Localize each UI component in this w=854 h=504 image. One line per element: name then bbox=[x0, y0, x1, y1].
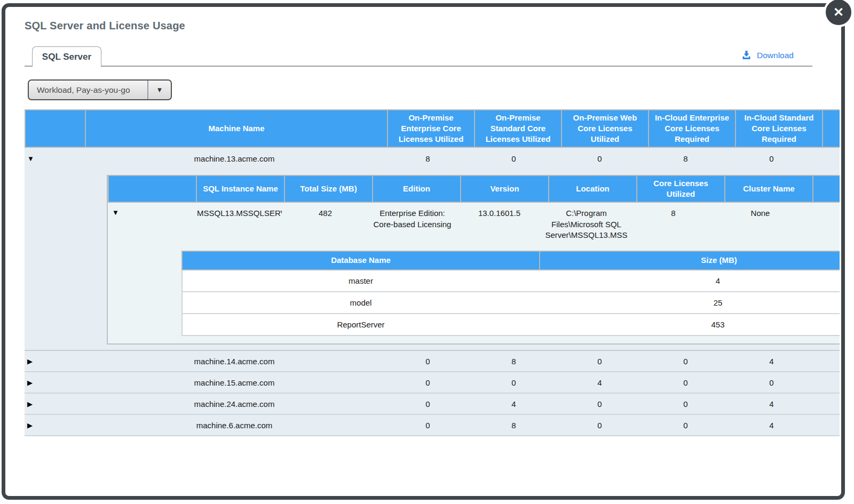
machine-name-cell: machine.15.acme.com bbox=[84, 378, 385, 387]
database-section: Database Name Size (MB) master 4 model 2… bbox=[108, 247, 840, 336]
machine-table-header-row: Machine Name On-Premise Enterprise Core … bbox=[25, 109, 840, 148]
column-header-core-licenses: Core Licenses Utilized bbox=[637, 176, 724, 202]
column-header-database-name: Database Name bbox=[183, 252, 539, 269]
database-name-cell: model bbox=[183, 298, 539, 307]
value-cell: 8 bbox=[643, 154, 729, 163]
value-cell: 0 bbox=[643, 399, 729, 409]
expand-arrow-icon[interactable]: ▶ bbox=[27, 422, 33, 429]
value-cell: 8 bbox=[471, 357, 557, 366]
tab-sql-server[interactable]: SQL Server bbox=[32, 46, 101, 67]
instance-table-header-row: SQL Instance Name Total Size (MB) Editio… bbox=[108, 175, 840, 203]
column-header-onprem-enterprise: On-Premise Enterprise Core Licenses Util… bbox=[388, 110, 474, 147]
edition-cell: Enterprise Edition: Core-based Licensing bbox=[369, 208, 456, 230]
page-title: SQL Server and License Usage bbox=[25, 20, 185, 32]
column-header-onprem-web: On-Premise Web Core Licenses Utilized bbox=[562, 110, 648, 147]
value-cell: 0 bbox=[557, 421, 643, 430]
database-name-cell: ReportServer bbox=[183, 320, 539, 329]
workload-dropdown[interactable]: Workload, Pay-as-you-go ▼ bbox=[28, 79, 172, 100]
value-cell: 4 bbox=[471, 399, 557, 409]
close-button[interactable]: ✕ bbox=[824, 0, 853, 27]
column-header-incloud-enterprise: In-Cloud Enterprise Core Licenses Requir… bbox=[649, 110, 735, 147]
expand-arrow-icon[interactable]: ▶ bbox=[27, 379, 33, 386]
column-header-total-size: Total Size (MB) bbox=[285, 176, 372, 202]
database-size-cell: 4 bbox=[539, 276, 840, 285]
table-row-database: model 25 bbox=[181, 292, 840, 314]
column-header-cluster-name: Cluster Name bbox=[725, 176, 812, 202]
table-row-database: master 4 bbox=[181, 270, 840, 292]
database-name-cell: master bbox=[183, 276, 539, 285]
machine-name-cell: machine.24.acme.com bbox=[84, 399, 385, 409]
value-cell: 4 bbox=[729, 421, 815, 430]
database-table: Database Name Size (MB) master 4 model 2… bbox=[181, 251, 840, 336]
column-header-version: Version bbox=[461, 176, 548, 202]
value-cell: 0 bbox=[385, 357, 471, 366]
column-header-size-mb: Size (MB) bbox=[540, 252, 840, 269]
machine-license-table: Machine Name On-Premise Enterprise Core … bbox=[25, 109, 840, 436]
download-label: Download bbox=[757, 51, 794, 60]
value-cell: 0 bbox=[557, 357, 643, 366]
download-button[interactable]: Download bbox=[741, 50, 794, 61]
download-icon bbox=[741, 50, 752, 61]
cluster-name-cell: None bbox=[717, 208, 804, 219]
value-cell: 8 bbox=[471, 421, 557, 430]
location-cell: C:\Program Files\Microsoft SQL Server\MS… bbox=[543, 208, 630, 241]
machine-name-cell: machine.14.acme.com bbox=[84, 357, 385, 366]
expand-arrow-icon[interactable]: ▶ bbox=[27, 401, 33, 407]
column-header-instance-name: SQL Instance Name bbox=[197, 176, 284, 202]
machine-name-cell: machine.6.acme.com bbox=[84, 421, 385, 430]
column-header-expander bbox=[26, 110, 85, 147]
instance-name-cell: MSSQL13.MSSQLSERV bbox=[195, 208, 282, 219]
column-header-clipped bbox=[813, 176, 840, 202]
collapse-arrow-icon[interactable]: ▼ bbox=[27, 155, 34, 162]
value-cell: 4 bbox=[729, 399, 815, 409]
value-cell: 0 bbox=[557, 154, 643, 163]
value-cell: 0 bbox=[643, 421, 729, 430]
value-cell: 4 bbox=[557, 378, 643, 387]
value-cell: 0 bbox=[385, 399, 471, 409]
table-row-machine-13: ▼ machine.13.acme.com 8 0 0 8 0 bbox=[25, 148, 840, 170]
value-cell: 0 bbox=[471, 378, 557, 387]
machine-13-expanded-panel: SQL Instance Name Total Size (MB) Editio… bbox=[25, 170, 840, 351]
sql-instance-section: SQL Instance Name Total Size (MB) Editio… bbox=[107, 175, 840, 345]
version-cell: 13.0.1601.5 bbox=[456, 208, 543, 219]
core-licenses-cell: 8 bbox=[630, 208, 717, 219]
collapse-arrow-icon[interactable]: ▼ bbox=[112, 209, 119, 216]
column-header-onprem-standard: On-Premise Standard Core Licenses Utiliz… bbox=[475, 110, 561, 147]
close-icon: ✕ bbox=[833, 5, 844, 20]
column-header-incloud-standard: In-Cloud Standard Core Licenses Required bbox=[736, 110, 822, 147]
table-row-sql-instance: ▼ MSSQL13.MSSQLSERV 482 Enterprise Editi… bbox=[108, 203, 840, 247]
value-cell: 8 bbox=[385, 154, 471, 163]
machine-name-cell: machine.13.acme.com bbox=[84, 154, 385, 163]
value-cell: 0 bbox=[385, 378, 471, 387]
column-header-expander bbox=[109, 176, 196, 202]
column-header-machine-name: Machine Name bbox=[86, 110, 387, 147]
tab-bar-divider bbox=[25, 66, 812, 67]
table-row-machine-15: ▶ machine.15.acme.com 0 0 4 0 0 bbox=[25, 372, 840, 394]
screen: ✕ SQL Server and License Usage SQL Serve… bbox=[0, 0, 854, 504]
table-row-machine-14: ▶ machine.14.acme.com 0 8 0 0 4 bbox=[25, 351, 840, 372]
value-cell: 0 bbox=[643, 357, 729, 366]
database-table-header-row: Database Name Size (MB) bbox=[181, 251, 840, 270]
chevron-down-icon: ▼ bbox=[147, 81, 171, 99]
dialog-window: ✕ SQL Server and License Usage SQL Serve… bbox=[2, 3, 845, 500]
column-header-location: Location bbox=[549, 176, 636, 202]
total-size-cell: 482 bbox=[282, 208, 369, 219]
tab-label: SQL Server bbox=[42, 52, 91, 62]
database-size-cell: 453 bbox=[539, 320, 840, 329]
table-row-database: ReportServer 453 bbox=[181, 314, 840, 336]
table-row-machine-6: ▶ machine.6.acme.com 0 8 0 0 4 bbox=[25, 415, 840, 436]
expand-arrow-icon[interactable]: ▶ bbox=[27, 358, 33, 365]
value-cell: 0 bbox=[471, 154, 557, 163]
value-cell: 4 bbox=[729, 357, 815, 366]
value-cell: 0 bbox=[557, 399, 643, 409]
value-cell: 0 bbox=[643, 378, 729, 387]
table-row-machine-24: ▶ machine.24.acme.com 0 4 0 0 4 bbox=[25, 394, 840, 415]
database-size-cell: 25 bbox=[539, 298, 840, 307]
value-cell: 0 bbox=[729, 154, 815, 163]
value-cell: 0 bbox=[385, 421, 471, 430]
column-header-clipped bbox=[823, 110, 840, 147]
workload-dropdown-value: Workload, Pay-as-you-go bbox=[29, 85, 130, 95]
column-header-edition: Edition bbox=[373, 176, 460, 202]
value-cell: 0 bbox=[729, 378, 815, 387]
